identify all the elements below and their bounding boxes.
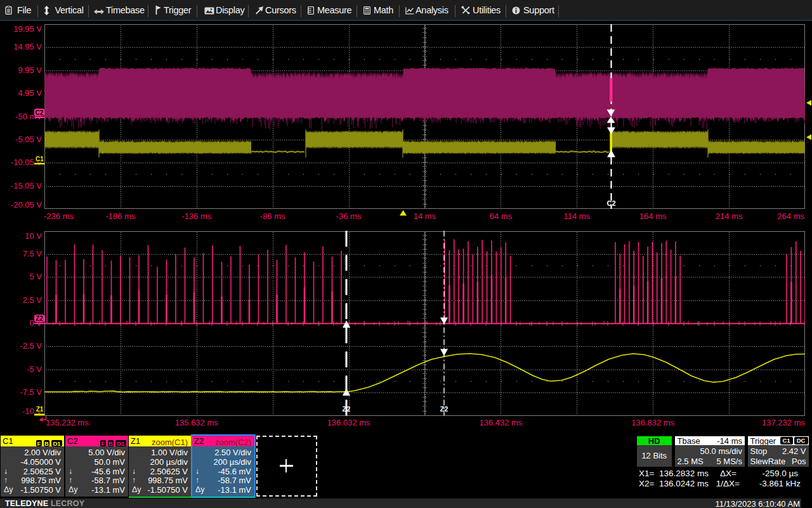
svg-text:C2: C2 — [606, 199, 615, 207]
svg-text:Z2: Z2 — [440, 405, 449, 413]
svg-text:C1: C1 — [36, 156, 44, 163]
svg-text:C2: C2 — [36, 109, 44, 116]
svg-text:Z2: Z2 — [343, 405, 351, 413]
svg-text:Z1: Z1 — [36, 406, 44, 413]
svg-text:Z2: Z2 — [36, 315, 43, 322]
